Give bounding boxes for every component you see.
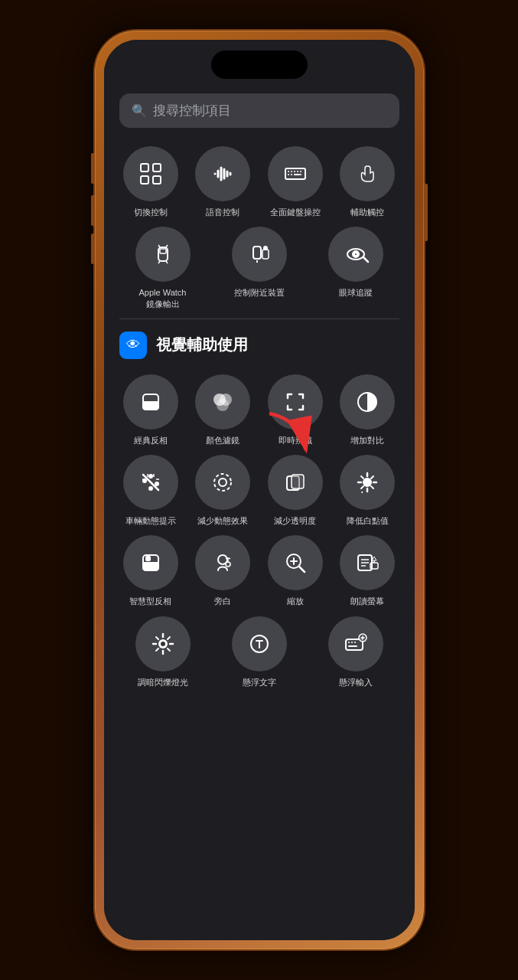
label-instant-detect: 即時辨識	[279, 435, 312, 446]
svg-line-87	[168, 648, 170, 651]
item-motion-alerts[interactable]: 車輛動態提示	[119, 455, 183, 526]
label-dim-flash: 調暗閃爍燈光	[138, 677, 188, 688]
item-voice-control[interactable]: 語音控制	[191, 146, 255, 217]
svg-line-86	[156, 648, 158, 651]
svg-line-60	[361, 486, 363, 488]
label-classic-invert: 經典反相	[134, 435, 168, 446]
screen-content: 🔍 搜尋控制項目 切換控制	[104, 40, 415, 940]
label-color-filter: 顏色濾鏡	[206, 435, 239, 446]
item-read-screen[interactable]: 朗讀螢幕	[336, 535, 399, 606]
label-hover-text: 懸浮文字	[243, 677, 276, 688]
item-classic-invert[interactable]: 經典反相	[119, 374, 183, 446]
label-read-screen: 朗讀螢幕	[350, 596, 384, 606]
icon-increase-contrast[interactable]	[340, 374, 395, 430]
icon-full-keyboard[interactable]	[268, 146, 323, 201]
phone-screen: 🔍 搜尋控制項目 切換控制	[104, 40, 415, 940]
accessibility-icon: 👁	[119, 332, 147, 359]
icon-lower-white[interactable]: •	[340, 455, 395, 510]
icon-voiceover[interactable]	[195, 535, 250, 590]
accessibility-header: 👁 視覺輔助使用	[119, 328, 399, 362]
item-color-filter[interactable]: 顏色濾鏡	[191, 374, 255, 446]
icon-read-screen[interactable]	[340, 535, 395, 590]
icon-voice-control[interactable]	[195, 146, 250, 201]
item-voiceover[interactable]: 旁白	[191, 535, 255, 606]
icon-hover-text[interactable]	[232, 616, 287, 671]
icon-motion-alerts[interactable]	[123, 455, 178, 510]
phone-frame: 🔍 搜尋控制項目 切換控制	[95, 31, 424, 949]
dynamic-island	[211, 51, 308, 79]
svg-point-33	[354, 253, 357, 256]
icon-apple-watch[interactable]	[135, 227, 191, 282]
svg-point-43	[155, 482, 158, 485]
label-smart-invert: 智慧型反相	[129, 596, 171, 606]
label-motion-alerts: 車輛動態提示	[125, 515, 176, 526]
icon-color-filter[interactable]	[195, 374, 250, 430]
svg-rect-52	[292, 475, 304, 488]
mid-grid: Apple Watch 鏡像輸出 控制附近裝置	[119, 227, 399, 309]
item-increase-contrast[interactable]: 增加對比	[336, 374, 399, 446]
svg-line-59	[371, 476, 373, 479]
svg-line-25	[166, 261, 168, 263]
svg-rect-3	[141, 176, 148, 184]
item-instant-detect[interactable]: 即時辨識	[264, 374, 327, 446]
icon-eye-tracking[interactable]	[328, 227, 383, 282]
item-hover-text[interactable]: 懸浮文字	[216, 616, 303, 688]
svg-line-22	[158, 245, 160, 247]
svg-line-61	[371, 486, 373, 488]
section-divider	[119, 318, 399, 319]
label-increase-contrast: 增加對比	[350, 435, 384, 446]
item-reduce-motion[interactable]: 減少動態效果	[191, 455, 255, 526]
svg-point-49	[214, 474, 231, 491]
svg-rect-64	[146, 557, 150, 560]
label-switch-control: 切換控制	[134, 207, 168, 217]
label-lower-white: 降低白點值	[347, 515, 389, 526]
label-voiceover: 旁白	[214, 596, 231, 606]
item-smart-invert[interactable]: 智慧型反相	[119, 535, 183, 606]
svg-rect-28	[262, 250, 269, 259]
icon-reduce-motion[interactable]	[195, 455, 250, 510]
label-apple-watch: Apple Watch 鏡像輸出	[135, 287, 191, 309]
item-lower-white[interactable]: • 降低白點值	[336, 455, 399, 526]
item-reduce-transparency[interactable]: 減少透明度	[264, 455, 327, 526]
icon-smart-invert[interactable]	[123, 535, 178, 590]
icon-hover-typing[interactable]	[328, 616, 383, 671]
icon-instant-detect[interactable]	[268, 374, 323, 430]
svg-point-53	[363, 478, 372, 487]
svg-text:•: •	[361, 489, 363, 495]
item-apple-watch[interactable]: Apple Watch 鏡像輸出	[119, 227, 207, 309]
label-zoom: 縮放	[287, 596, 304, 606]
svg-rect-27	[253, 247, 261, 259]
icon-reduce-transparency[interactable]	[268, 455, 323, 510]
icon-switch-control[interactable]	[123, 146, 178, 201]
search-bar[interactable]: 🔍 搜尋控制項目	[119, 93, 399, 128]
label-assistive-touch: 輔助觸控	[350, 207, 384, 217]
icon-assistive-touch[interactable]	[340, 146, 395, 201]
item-full-keyboard[interactable]: 全面鍵盤操控	[264, 146, 327, 217]
item-dim-flash[interactable]: 調暗閃爍燈光	[119, 616, 207, 688]
label-voice-control: 語音控制	[206, 207, 239, 217]
vision-grid-1: 經典反相 顏色濾鏡	[119, 374, 399, 446]
icon-zoom[interactable]	[268, 535, 323, 590]
icon-dim-flash[interactable]	[135, 616, 191, 671]
top-grid: 切換控制 語音控制	[119, 146, 399, 217]
icon-control-nearby[interactable]	[232, 227, 287, 282]
icon-classic-invert[interactable]	[123, 374, 178, 430]
item-zoom[interactable]: 縮放	[264, 535, 327, 606]
item-hover-typing[interactable]: 懸浮輸入	[312, 616, 399, 688]
svg-line-23	[166, 245, 168, 247]
item-control-nearby[interactable]: 控制附近裝置	[216, 227, 303, 309]
item-assistive-touch[interactable]: 輔助觸控	[336, 146, 399, 217]
svg-line-58	[361, 476, 363, 479]
svg-line-69	[299, 567, 305, 572]
search-placeholder: 搜尋控制項目	[153, 102, 231, 119]
svg-point-66	[226, 562, 230, 567]
item-eye-tracking[interactable]: 眼球追蹤	[312, 227, 399, 309]
svg-line-34	[363, 257, 368, 262]
item-switch-control[interactable]: 切換控制	[119, 146, 183, 217]
svg-rect-26	[160, 249, 166, 253]
label-control-nearby: 控制附近裝置	[234, 287, 285, 298]
svg-point-88	[161, 642, 165, 646]
svg-point-30	[264, 247, 267, 250]
label-full-keyboard: 全面鍵盤操控	[270, 207, 321, 217]
label-reduce-transparency: 減少透明度	[274, 515, 316, 526]
